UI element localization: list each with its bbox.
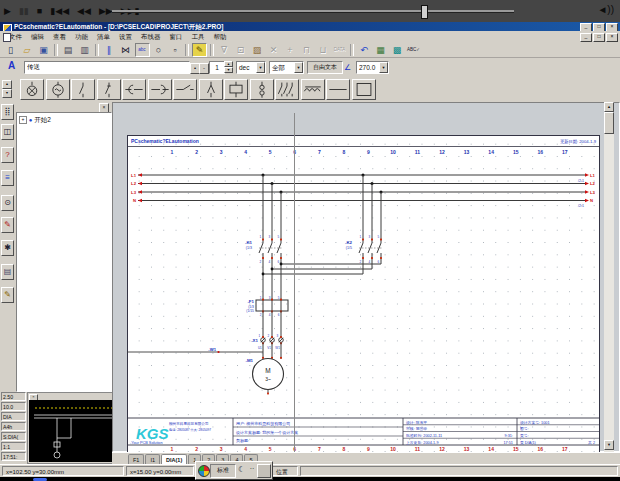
- count-spinner[interactable]: 1: [209, 61, 225, 74]
- page-setup-icon[interactable]: ▥: [77, 43, 92, 57]
- symbol-three-pole-contact-button[interactable]: [275, 79, 299, 100]
- symbol-inductor-button[interactable]: [301, 79, 325, 100]
- help-book-icon[interactable]: ?: [1, 147, 14, 163]
- tree-item-project[interactable]: + ● 开始2: [19, 116, 51, 125]
- parallel-lines-icon[interactable]: ∥: [102, 43, 117, 57]
- drawing-viewport[interactable]: PCschematic?ELautomation更新日期: 2004-1-911…: [112, 102, 620, 452]
- seek-track[interactable]: [112, 10, 514, 13]
- symbol-box-button[interactable]: [352, 79, 376, 100]
- menu-item-1[interactable]: 编辑: [31, 31, 44, 42]
- spin-up-icon[interactable]: ▲: [2, 80, 12, 89]
- menu-item-7[interactable]: 窗口: [170, 31, 183, 42]
- object-browser-icon[interactable]: ▩: [390, 43, 405, 57]
- rail-ref: /2.1: [578, 179, 584, 183]
- symbol-coil-button[interactable]: [224, 79, 248, 100]
- tree-panel-header[interactable]: ×: [15, 103, 111, 112]
- spin-down-icon[interactable]: ▼: [2, 89, 12, 98]
- chevron-down-icon[interactable]: ▼: [294, 62, 303, 73]
- notes-edit-icon[interactable]: ✎: [1, 287, 14, 303]
- undo-icon[interactable]: ↶: [357, 43, 372, 57]
- symbol-make-contact-2-button[interactable]: [173, 79, 197, 100]
- symbol-ref-1-icon[interactable]: ⊓: [299, 43, 314, 57]
- restore-button[interactable]: □: [593, 33, 605, 42]
- copy-icon[interactable]: ⊡: [233, 43, 248, 57]
- symbol-break-contact-button[interactable]: [97, 79, 121, 100]
- spell-check-icon[interactable]: ABC✓: [406, 43, 421, 57]
- new-document-icon[interactable]: ▯: [3, 43, 18, 57]
- data-fields-icon[interactable]: DATA: [332, 43, 347, 57]
- delete-icon[interactable]: ✕: [266, 43, 281, 57]
- mdi-child-icon[interactable]: [3, 33, 11, 42]
- symbol-changeover-contact-button[interactable]: [199, 79, 223, 100]
- symbol-motor-button[interactable]: [46, 79, 70, 100]
- symbol-ref-2-icon[interactable]: ⊔: [316, 43, 331, 57]
- minimize-button[interactable]: _: [580, 33, 592, 42]
- pickmenu-grid-icon[interactable]: ⣿: [1, 104, 14, 120]
- stop-button[interactable]: ■: [37, 0, 42, 22]
- symbol-conductor-line-button[interactable]: [326, 79, 350, 100]
- symbol-terminal-double-button[interactable]: [250, 79, 274, 100]
- volume-icon[interactable]: ◄)): [597, 4, 614, 15]
- menu-item-9[interactable]: 帮助: [214, 31, 227, 42]
- close-button[interactable]: ×: [606, 33, 618, 42]
- chevron-down-icon[interactable]: ▼: [256, 62, 265, 73]
- menu-item-4[interactable]: 清单: [97, 31, 110, 42]
- component-database-icon[interactable]: ▦: [373, 43, 388, 57]
- schematic-page[interactable]: PCschematic?ELautomation更新日期: 2004-1-911…: [127, 135, 600, 453]
- edit-symbol-icon[interactable]: ✎: [1, 217, 14, 233]
- fast-forward-button[interactable]: ▶▶: [99, 0, 113, 22]
- titlebar[interactable]: PCschematic?ELautomation - [D:\PCSELCAD\…: [0, 22, 620, 31]
- menu-item-3[interactable]: 功能: [75, 31, 88, 42]
- seek-thumb[interactable]: [421, 5, 428, 19]
- free-text-toggle[interactable]: 自由文本: [307, 61, 343, 74]
- dots-button[interactable]: ··: [248, 464, 256, 476]
- notebook-icon[interactable]: ▤: [1, 264, 14, 280]
- pause-button[interactable]: ▮▮: [19, 0, 29, 22]
- preview-canvas[interactable]: [29, 400, 120, 462]
- chevron-down-icon[interactable]: ▼: [379, 62, 388, 73]
- scroll-down-icon[interactable]: ▼: [604, 440, 614, 450]
- symbol-signal-lamp-button[interactable]: [20, 79, 44, 100]
- preview-titlebar[interactable]: ×: [28, 393, 121, 400]
- text-value-input[interactable]: [24, 61, 190, 74]
- symbol-mode-icon[interactable]: ⋈: [118, 43, 133, 57]
- circle-mode-icon[interactable]: ○: [151, 43, 166, 57]
- spin-down-icon[interactable]: ▼: [224, 67, 233, 73]
- dash-button[interactable]: -: [199, 63, 209, 74]
- scope-dropdown[interactable]: 全部 ▼: [269, 61, 304, 74]
- menu-item-2[interactable]: 查看: [53, 31, 66, 42]
- net-navigate-icon[interactable]: ∇: [217, 43, 232, 57]
- taskbar-icon[interactable]: [33, 478, 47, 481]
- save-disk-icon[interactable]: ▣: [36, 43, 51, 57]
- skip-start-button[interactable]: ▮◀◀: [50, 0, 69, 22]
- scroll-up-icon[interactable]: ▲: [604, 102, 614, 112]
- area-select-icon[interactable]: ▫: [168, 43, 183, 57]
- vertical-scrollbar[interactable]: ▲ ▼: [604, 102, 614, 452]
- play-button[interactable]: ▶: [4, 0, 11, 22]
- text-mode-icon[interactable]: abc: [135, 43, 150, 57]
- menu-item-5[interactable]: 设置: [119, 31, 132, 42]
- floating-toolbar[interactable]: 标准 ☾ ··: [195, 461, 273, 480]
- scrollbar-thumb[interactable]: [604, 112, 614, 134]
- move-icon[interactable]: +: [283, 43, 298, 57]
- print-icon[interactable]: ▤: [61, 43, 76, 57]
- symbol-make-contact-button[interactable]: [71, 79, 95, 100]
- menu-item-6[interactable]: 布线器: [141, 31, 161, 42]
- settings-wheel-icon[interactable]: ✱: [1, 240, 14, 256]
- format-dropdown[interactable]: dec ▼: [236, 61, 266, 74]
- symbol-plug-socket-right-button[interactable]: [148, 79, 172, 100]
- pencil-draw-icon[interactable]: ✎: [192, 43, 207, 57]
- menu-item-8[interactable]: 工具: [192, 31, 205, 42]
- angle-dropdown[interactable]: 270.0 ▼: [356, 61, 389, 74]
- object-lister-icon[interactable]: ≡: [1, 170, 14, 186]
- symbol-plug-socket-left-button[interactable]: [122, 79, 146, 100]
- color-wheel-icon[interactable]: [198, 465, 210, 477]
- tree-expand-icon[interactable]: +: [19, 116, 27, 124]
- open-folder-icon[interactable]: ▱: [20, 43, 35, 57]
- standard-button[interactable]: 标准: [210, 464, 236, 478]
- rewind-button[interactable]: ◀◀: [77, 0, 91, 22]
- moon-icon[interactable]: ☾: [236, 464, 247, 476]
- zoom-search-icon[interactable]: ⊙: [1, 195, 14, 211]
- paste-clipboard-icon[interactable]: ▨: [250, 43, 265, 57]
- symbol-browser-icon[interactable]: ◫: [1, 124, 14, 140]
